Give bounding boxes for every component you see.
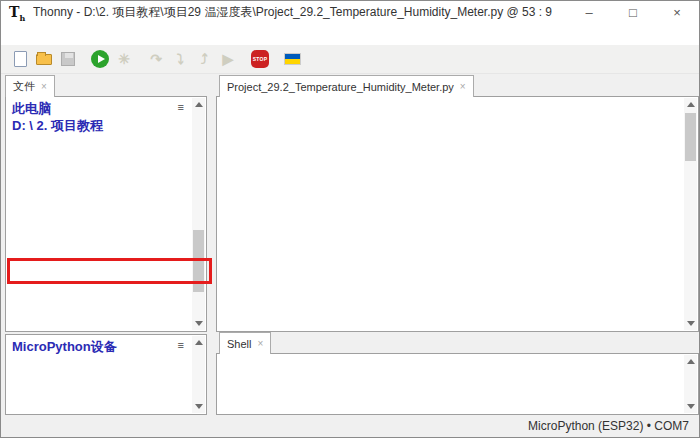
device-panel-title: MicroPython设备 bbox=[6, 335, 206, 355]
titlebar: Th Thonny - D:\2. 项目教程\项目29 温湿度表\Project… bbox=[1, 1, 699, 23]
debug-button: ✳ bbox=[113, 48, 135, 70]
support-ukraine-button[interactable] bbox=[281, 48, 303, 70]
resume-icon: ▶ bbox=[223, 51, 234, 67]
scroll-up-icon[interactable] bbox=[684, 355, 697, 368]
step-into-icon: ⤵ bbox=[177, 51, 184, 67]
save-disk-icon bbox=[61, 52, 75, 66]
step-over-button: ↷ bbox=[145, 48, 167, 70]
stop-restart-button[interactable]: STOP bbox=[249, 48, 271, 70]
editor-scrollbar[interactable] bbox=[684, 98, 697, 330]
run-button[interactable] bbox=[89, 48, 111, 70]
resume-button: ▶ bbox=[217, 48, 239, 70]
files-menu-icon[interactable]: ≡ bbox=[178, 102, 184, 112]
scroll-up-icon[interactable] bbox=[684, 98, 697, 111]
statusbar: MicroPython (ESP32) • COM7 bbox=[1, 414, 699, 437]
maximize-button[interactable]: □ bbox=[611, 1, 655, 23]
interpreter-port-status[interactable]: MicroPython (ESP32) • COM7 bbox=[528, 419, 689, 433]
scroll-up-icon[interactable] bbox=[192, 98, 205, 111]
files-scrollbar[interactable] bbox=[192, 98, 205, 330]
menubar bbox=[1, 23, 699, 45]
red-highlight-annotation bbox=[7, 258, 212, 284]
toolbar: ✳ ↷ ⤵ ⤴ ▶ STOP bbox=[1, 45, 699, 74]
tab-files-close-icon[interactable]: × bbox=[41, 81, 47, 92]
step-over-icon: ↷ bbox=[150, 51, 162, 67]
this-computer-link[interactable]: 此电脑 bbox=[6, 97, 206, 117]
tab-editor-close-icon[interactable]: × bbox=[460, 81, 466, 92]
editor-scroll-thumb[interactable] bbox=[685, 113, 696, 161]
run-play-icon bbox=[91, 50, 109, 68]
scroll-down-icon[interactable] bbox=[684, 400, 697, 413]
scroll-down-icon[interactable] bbox=[684, 317, 697, 330]
save-file-button bbox=[57, 48, 79, 70]
close-button[interactable]: × bbox=[655, 1, 699, 23]
shell-output[interactable] bbox=[217, 354, 684, 414]
thonny-logo-icon: Th bbox=[9, 4, 25, 20]
tab-shell-label: Shell bbox=[227, 338, 251, 350]
tab-editor-label: Project_29.2_Temperature_Humidity_Meter.… bbox=[227, 81, 454, 93]
step-into-button: ⤵ bbox=[169, 48, 191, 70]
window-title: Thonny - D:\2. 项目教程\项目29 温湿度表\Project_29… bbox=[33, 4, 567, 21]
files-panel: 此电脑 ≡ D: \ 2. 项目教程 bbox=[5, 96, 207, 332]
tab-editor[interactable]: Project_29.2_Temperature_Humidity_Meter.… bbox=[219, 75, 474, 97]
current-path-link[interactable]: D: \ 2. 项目教程 bbox=[6, 117, 206, 136]
tab-shell[interactable]: Shell × bbox=[219, 332, 271, 354]
thonny-window: Th Thonny - D:\2. 项目教程\项目29 温湿度表\Project… bbox=[0, 0, 700, 438]
device-menu-icon[interactable]: ≡ bbox=[178, 340, 184, 350]
micropython-device-panel: MicroPython设备 ≡ bbox=[5, 334, 207, 415]
scroll-up-icon[interactable] bbox=[192, 336, 205, 349]
step-out-button: ⤴ bbox=[193, 48, 215, 70]
step-out-icon: ⤴ bbox=[201, 51, 208, 67]
device-scrollbar[interactable] bbox=[192, 336, 205, 413]
code-editor[interactable] bbox=[216, 96, 699, 332]
scroll-down-icon[interactable] bbox=[192, 400, 205, 413]
open-folder-icon bbox=[36, 54, 52, 65]
open-file-button[interactable] bbox=[33, 48, 55, 70]
tab-files-label: 文件 bbox=[13, 79, 35, 94]
tab-files[interactable]: 文件 × bbox=[5, 75, 55, 97]
shell-scrollbar[interactable] bbox=[684, 355, 697, 413]
code-area[interactable] bbox=[217, 97, 684, 331]
scroll-down-icon[interactable] bbox=[192, 317, 205, 330]
shell-panel[interactable] bbox=[216, 353, 699, 415]
debug-icon: ✳ bbox=[118, 51, 130, 67]
tab-shell-close-icon[interactable]: × bbox=[257, 338, 263, 349]
new-file-button[interactable] bbox=[9, 48, 31, 70]
new-file-icon bbox=[14, 51, 27, 67]
minimize-button[interactable]: – bbox=[567, 1, 611, 23]
stop-sign-icon: STOP bbox=[251, 50, 269, 68]
ukraine-flag-icon bbox=[284, 53, 301, 65]
